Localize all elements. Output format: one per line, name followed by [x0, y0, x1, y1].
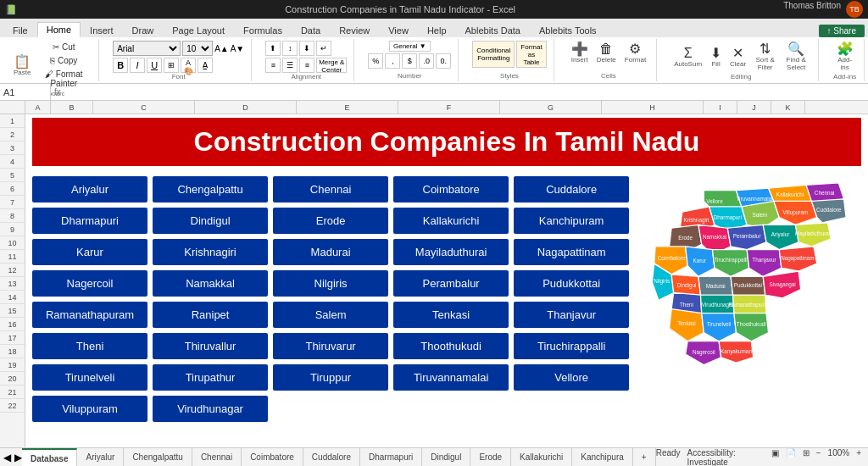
share-btn[interactable]: ↑ Share — [819, 22, 868, 37]
sheet-tab-kanchipura[interactable]: Kanchipura — [572, 448, 633, 466]
underline-button[interactable]: U — [147, 58, 162, 73]
district-btn-namakkal[interactable]: Namakkal — [153, 270, 268, 297]
cell-name-input[interactable] — [0, 84, 51, 100]
dollar-button[interactable]: $ — [402, 53, 417, 69]
zoom-in-icon[interactable]: + — [856, 448, 861, 467]
number-format-select[interactable]: General ▼ — [389, 41, 431, 52]
sheet-tab-ariyalur[interactable]: Ariyalur — [77, 448, 124, 466]
view-layout-icon[interactable]: 📄 — [786, 448, 796, 467]
district-btn-virudhunagar[interactable]: Virudhunagar — [153, 396, 268, 422]
sheet-tab-erode[interactable]: Erode — [470, 448, 511, 466]
tab-home[interactable]: Home — [37, 22, 81, 37]
addins-button[interactable]: 🧩Add-ins — [832, 41, 857, 73]
align-center-button[interactable]: ☰ — [282, 58, 298, 73]
district-btn-tiruchirappalli[interactable]: Tiruchirappalli — [514, 333, 629, 359]
district-btn-ranipet[interactable]: Ranipet — [153, 302, 268, 328]
sheet-tab-database[interactable]: Database — [22, 448, 77, 466]
district-btn-theni[interactable]: Theni — [32, 333, 147, 359]
district-btn-ramanathapuram[interactable]: Ramanathapuram — [32, 302, 147, 328]
zoom-out-icon[interactable]: − — [816, 448, 821, 467]
district-btn-thiruvallur[interactable]: Thiruvallur — [153, 333, 268, 359]
add-sheet-button[interactable]: + — [633, 448, 656, 466]
merge-center-button[interactable]: Merge & Center — [316, 58, 347, 73]
increase-decimal-button[interactable]: .0 — [419, 53, 434, 69]
district-btn-thiruvarur[interactable]: Thiruvarur — [273, 333, 388, 359]
view-break-icon[interactable]: ⊞ — [803, 448, 810, 467]
district-btn-pudukkottai[interactable]: Pudukkottai — [514, 270, 629, 297]
district-btn-dindigul[interactable]: Dindigul — [153, 208, 268, 234]
district-btn-nilgiris[interactable]: Nilgiris — [273, 270, 388, 297]
district-btn-tiruppur[interactable]: Tiruppur — [273, 364, 388, 391]
tab-ablebits-data[interactable]: Ablebits Data — [456, 23, 530, 37]
district-btn-cuddalore[interactable]: Cuddalore — [514, 176, 629, 202]
paste-button[interactable]: 📋Paste — [10, 53, 34, 78]
sort-filter-button[interactable]: ⇅Sort & Filter — [751, 41, 779, 73]
sheet-tab-coimbatore[interactable]: Coimbatore — [242, 448, 303, 466]
tab-insert[interactable]: Insert — [81, 23, 123, 37]
decrease-font-button[interactable]: A▼ — [231, 44, 245, 53]
district-btn-nagercoil[interactable]: Nagercoil — [32, 270, 147, 297]
percent-button[interactable]: % — [368, 53, 383, 69]
tab-review[interactable]: Review — [330, 23, 379, 37]
district-btn-vellore[interactable]: Vellore — [514, 364, 629, 391]
view-normal-icon[interactable]: ▣ — [771, 448, 779, 467]
district-btn-tenkasi[interactable]: Tenkasi — [393, 302, 509, 328]
align-middle-button[interactable]: ↕ — [282, 41, 298, 56]
delete-cell-button[interactable]: 🗑Delete — [593, 41, 620, 65]
district-btn-thoothukudi[interactable]: Thoothukudi — [393, 333, 509, 359]
increase-font-button[interactable]: A▲ — [214, 44, 229, 53]
tab-page-layout[interactable]: Page Layout — [163, 23, 234, 37]
user-avatar[interactable]: TB — [846, 1, 863, 18]
border-button[interactable]: ⊞ — [164, 58, 179, 73]
district-btn-viluppuram[interactable]: Viluppuram — [32, 396, 147, 422]
tab-formulas[interactable]: Formulas — [234, 23, 292, 37]
font-size-select[interactable]: 10 — [182, 41, 213, 56]
district-btn-madurai[interactable]: Madurai — [273, 239, 388, 265]
clear-button[interactable]: ✕Clear — [726, 45, 749, 69]
district-btn-mayiladuthurai[interactable]: Mayiladuthurai — [393, 239, 509, 265]
find-select-button[interactable]: 🔍Find & Select — [781, 41, 811, 73]
autosum-button[interactable]: ΣAutoSum — [670, 45, 705, 69]
formula-input[interactable] — [64, 87, 868, 97]
tab-help[interactable]: Help — [418, 23, 456, 37]
tab-view[interactable]: View — [379, 23, 418, 37]
district-btn-perambalur[interactable]: Perambalur — [393, 270, 509, 297]
insert-cell-button[interactable]: ➕Insert — [568, 41, 592, 65]
sheet-tab-dindigul[interactable]: Dindigul — [422, 448, 470, 466]
district-btn-karur[interactable]: Karur — [32, 239, 147, 265]
wrap-text-button[interactable]: ↵ — [316, 41, 331, 56]
district-btn-dharmapuri[interactable]: Dharmapuri — [32, 208, 147, 234]
align-right-button[interactable]: ≡ — [299, 58, 314, 73]
district-btn-chennai[interactable]: Chennai — [273, 176, 388, 202]
sheet-tab-chengalpattu[interactable]: Chengalpattu — [124, 448, 192, 466]
district-btn-kallakurichi[interactable]: Kallakurichi — [393, 208, 509, 234]
sheet-tab-dharmapuri[interactable]: Dharmapuri — [360, 448, 422, 466]
tab-ablebits-tools[interactable]: Ablebits Tools — [530, 23, 606, 37]
font-family-select[interactable]: Arial — [113, 41, 181, 56]
italic-button[interactable]: I — [130, 58, 145, 73]
title-bar-controls[interactable]: Thomas Britton TB — [783, 1, 863, 18]
bold-button[interactable]: B — [113, 58, 128, 73]
district-btn-chengalpattu[interactable]: Chengalpattu — [153, 176, 268, 202]
conditional-format-button[interactable]: ConditionalFormatting — [472, 41, 515, 68]
sheet-next-button[interactable]: ▶ — [14, 452, 22, 463]
district-btn-coimbatore[interactable]: Coimbatore — [393, 176, 509, 202]
district-btn-ariyalur[interactable]: Ariyalur — [32, 176, 147, 202]
fill-button[interactable]: ⬇Fill — [707, 45, 725, 69]
sheet-prev-button[interactable]: ◀ — [3, 452, 11, 463]
fill-color-button[interactable]: A🎨 — [181, 58, 196, 73]
align-top-button[interactable]: ⬆ — [265, 41, 281, 56]
district-btn-krishnagiri[interactable]: Krishnagiri — [153, 239, 268, 265]
copy-button[interactable]: ⎘ Copy — [36, 54, 92, 67]
district-btn-tiruvannamalai[interactable]: Tiruvannamalai — [393, 364, 509, 391]
font-color-button[interactable]: A̲ — [198, 58, 213, 73]
district-btn-kanchipuram[interactable]: Kanchipuram — [514, 208, 629, 234]
district-btn-erode[interactable]: Erode — [273, 208, 388, 234]
district-btn-thanjavur[interactable]: Thanjavur — [514, 302, 629, 328]
format-as-table-button[interactable]: Format asTable — [516, 41, 546, 68]
tab-data[interactable]: Data — [292, 23, 330, 37]
align-bottom-button[interactable]: ⬇ — [299, 41, 314, 56]
format-cell-button[interactable]: ⚙Format — [621, 41, 649, 65]
sheet-tab-kallakurichi[interactable]: Kallakurichi — [511, 448, 572, 466]
tab-file[interactable]: File — [3, 23, 37, 37]
